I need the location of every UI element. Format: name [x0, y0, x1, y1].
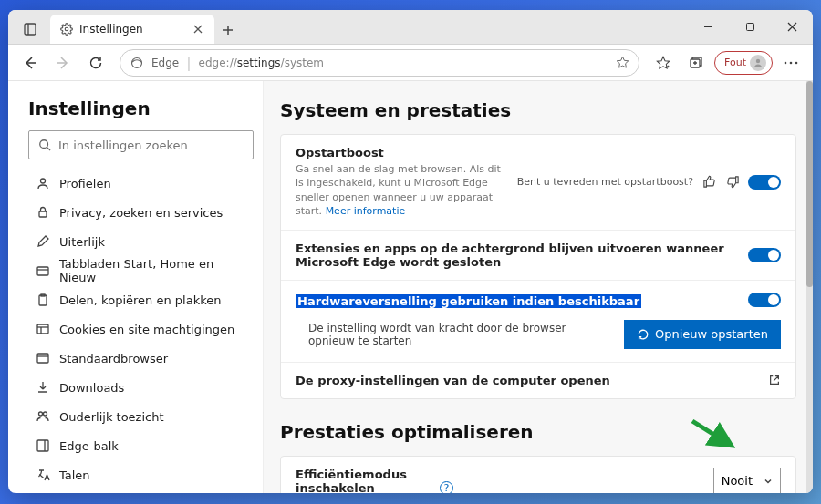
startup-boost-row: Opstartboost Ga snel aan de slag met bro… — [281, 135, 795, 231]
sidebar-title: Instellingen — [28, 98, 254, 119]
sidebar-item-printer[interactable]: Printers — [28, 489, 254, 493]
settings-search[interactable] — [28, 130, 254, 159]
close-tab-button[interactable] — [191, 22, 205, 36]
sidebar-item-brush[interactable]: Uiterlijk — [28, 227, 254, 256]
hw-accel-title: Hardwareversnelling gebruiken indien bes… — [296, 294, 641, 308]
perf-card: Efficiëntiemodus inschakelen wanneer ? H… — [280, 456, 796, 493]
svg-point-22 — [785, 61, 787, 64]
svg-marker-14 — [617, 57, 629, 67]
family-icon — [36, 409, 50, 424]
efficiency-select[interactable]: Nooit — [713, 468, 781, 493]
search-input[interactable] — [58, 139, 244, 152]
sidebar-item-cookies[interactable]: Cookies en site machtigingen — [28, 314, 254, 344]
more-info-link[interactable]: Meer informatie — [326, 205, 406, 217]
svg-rect-40 — [37, 440, 48, 451]
svg-point-38 — [39, 412, 43, 416]
address-url: edge://settings/system — [199, 57, 324, 69]
hw-accel-toggle[interactable] — [748, 293, 781, 307]
sidebar-item-family[interactable]: Ouderlijk toezicht — [28, 402, 254, 431]
sidebar-item-label: Tabbladen Start, Home en Nieuw — [59, 257, 246, 284]
chevron-down-icon — [764, 477, 773, 486]
cookies-icon — [36, 322, 50, 336]
sidebar-item-lang[interactable]: Talen — [28, 460, 254, 489]
tabs-icon — [36, 263, 50, 278]
avatar-icon — [750, 55, 766, 71]
scrollbar[interactable] — [806, 81, 813, 493]
sidebar-item-label: Downloads — [59, 381, 124, 395]
browser-tab[interactable]: Instellingen — [50, 15, 214, 44]
back-button[interactable] — [16, 48, 45, 77]
sidebar-item-label: Edge-balk — [59, 439, 119, 453]
svg-rect-29 — [37, 267, 48, 275]
sidebar-item-label: Ouderlijk toezicht — [59, 410, 164, 424]
window-minimize-button[interactable] — [687, 14, 729, 41]
help-icon[interactable]: ? — [440, 481, 453, 493]
background-apps-toggle[interactable] — [748, 248, 781, 262]
edgebar-icon — [36, 438, 50, 453]
download-icon — [36, 380, 50, 395]
sidebar-item-label: Standaardbrowser — [59, 352, 168, 365]
search-icon — [38, 139, 51, 151]
status-text: Fout — [724, 57, 746, 68]
sidebar-item-label: Profielen — [59, 177, 111, 190]
tab-actions-button[interactable] — [16, 15, 45, 44]
sidebar-item-download[interactable]: Downloads — [28, 373, 254, 402]
restart-button[interactable]: Opnieuw opstarten — [624, 320, 781, 349]
proxy-settings-row[interactable]: De proxy-instellingen van de computer op… — [281, 363, 795, 398]
thumbs-down-icon[interactable] — [724, 174, 741, 190]
feedback-label: Bent u tevreden met opstartboost? — [517, 176, 693, 188]
sidebar-item-label: Cookies en site machtigingen — [59, 323, 234, 336]
titlebar: Instellingen — [8, 10, 813, 45]
sidebar-item-label: Talen — [59, 468, 90, 482]
forward-button[interactable] — [48, 48, 78, 77]
sidebar-item-lock[interactable]: Privacy, zoeken en services — [28, 198, 254, 227]
external-link-icon — [768, 374, 781, 386]
svg-point-27 — [41, 179, 46, 183]
system-card: Opstartboost Ga snel aan de slag met bro… — [280, 134, 796, 399]
svg-rect-33 — [37, 324, 48, 334]
settings-sidebar: Instellingen ProfielenPrivacy, zoeken en… — [8, 81, 264, 493]
refresh-icon — [637, 328, 650, 341]
clip-icon — [36, 293, 50, 307]
sidebar-item-edgebar[interactable]: Edge-balk — [28, 431, 254, 460]
sidebar-item-tabs[interactable]: Tabbladen Start, Home en Nieuw — [28, 256, 254, 285]
sidebar-item-profile[interactable]: Profielen — [28, 169, 254, 198]
refresh-button[interactable] — [81, 48, 110, 77]
svg-rect-0 — [25, 24, 36, 35]
sidebar-item-label: Uiterlijk — [59, 235, 105, 249]
svg-rect-28 — [39, 211, 47, 217]
favorite-icon[interactable] — [615, 56, 629, 70]
svg-rect-8 — [746, 24, 753, 31]
lang-icon — [36, 468, 50, 482]
svg-point-39 — [44, 412, 47, 416]
collections-button[interactable] — [681, 48, 711, 77]
address-bar[interactable]: Edge | edge://settings/system — [120, 49, 639, 77]
svg-point-21 — [756, 58, 760, 62]
lock-icon — [36, 205, 50, 220]
svg-point-24 — [795, 61, 798, 64]
window-close-button[interactable] — [771, 14, 813, 41]
profile-status-pill[interactable]: Fout — [714, 51, 773, 75]
gear-icon — [59, 22, 74, 36]
svg-line-26 — [47, 148, 51, 151]
sidebar-item-browser[interactable]: Standaardbrowser — [28, 344, 254, 373]
section-title: Prestaties optimaliseren — [280, 421, 796, 443]
sidebar-item-clip[interactable]: Delen, kopiëren en plakken — [28, 285, 254, 314]
row-title: Extensies en apps op de achtergrond blij… — [296, 242, 737, 269]
favorites-button[interactable] — [649, 48, 678, 77]
window-maximize-button[interactable] — [729, 14, 771, 41]
svg-point-2 — [65, 27, 68, 31]
address-engine: Edge — [151, 57, 179, 69]
svg-point-25 — [40, 140, 48, 149]
thumbs-up-icon[interactable] — [701, 174, 717, 190]
settings-main: Systeem en prestaties Opstartboost Ga sn… — [264, 81, 813, 493]
new-tab-button[interactable] — [214, 16, 242, 44]
brush-icon — [36, 234, 50, 249]
profile-icon — [36, 176, 50, 190]
edge-icon — [130, 56, 144, 70]
startup-boost-toggle[interactable] — [748, 175, 781, 190]
background-apps-row: Extensies en apps op de achtergrond blij… — [281, 231, 795, 281]
menu-button[interactable] — [776, 48, 805, 77]
svg-rect-36 — [37, 354, 48, 363]
toolbar: Edge | edge://settings/system Fout — [8, 45, 813, 81]
